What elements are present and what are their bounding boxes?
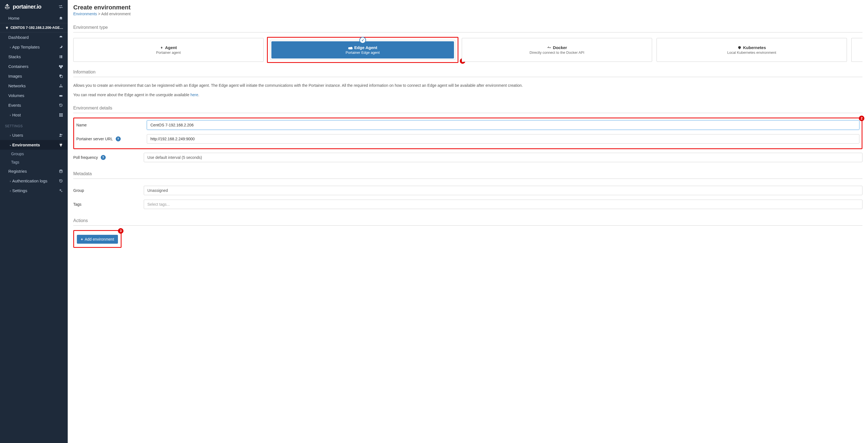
environment-type-options: Agent Portainer agent ✓ Edge Agent Porta… [73, 38, 863, 62]
selected-check-icon: ✓ [359, 37, 366, 43]
callout-badge-2: 2 [859, 115, 864, 121]
svg-rect-14 [59, 113, 60, 114]
group-select[interactable]: Unassigned [144, 186, 863, 195]
label-tags: Tags [73, 202, 144, 207]
svg-rect-19 [62, 114, 63, 115]
sidebar: portainer.io Home CENTOS 7-192.168.2.206… [0, 0, 68, 443]
svg-point-23 [60, 134, 61, 135]
label-name: Name [76, 123, 147, 127]
sidebar-item-events[interactable]: Events [0, 100, 68, 110]
database-icon [59, 169, 63, 173]
info-paragraph-2: You can read more about the Edge agent i… [73, 92, 863, 98]
type-card-overflow[interactable] [851, 38, 863, 62]
chevron-right-icon: › [8, 189, 12, 193]
cogs-icon [59, 189, 63, 193]
sidebar-item-users[interactable]: ›Users [0, 130, 68, 140]
callout-box-2: 2 Name Portainer server URL ? [73, 117, 863, 149]
svg-rect-20 [59, 116, 60, 117]
hdd-icon [59, 94, 63, 98]
sidebar-item-host[interactable]: ›Host [0, 110, 68, 120]
name-input[interactable] [147, 120, 859, 130]
sidebar-item-registries[interactable]: Registries [0, 166, 68, 176]
sidebar-item-stacks[interactable]: Stacks [0, 52, 68, 62]
sidebar-item-containers[interactable]: Containers [0, 62, 68, 71]
svg-rect-7 [61, 76, 63, 78]
svg-rect-3 [61, 57, 62, 57]
logo-row: portainer.io [0, 0, 68, 13]
sidebar-item-networks[interactable]: Networks [0, 81, 68, 91]
svg-rect-15 [61, 113, 61, 114]
svg-rect-1 [61, 56, 62, 56]
svg-rect-21 [61, 116, 61, 117]
svg-rect-5 [61, 58, 62, 58]
rocket-icon [59, 45, 63, 49]
svg-point-13 [62, 96, 62, 96]
info-paragraph-1: Allows you to create an environment that… [73, 82, 863, 89]
userguide-link[interactable]: here [190, 93, 198, 97]
cubes-icon [59, 64, 63, 68]
svg-rect-10 [61, 87, 61, 88]
svg-point-25 [60, 170, 62, 171]
sidebar-item-settings[interactable]: ›Settings [0, 186, 68, 196]
dashboard-icon [59, 35, 63, 39]
docker-icon [547, 46, 551, 49]
help-icon[interactable]: ? [116, 136, 121, 141]
kubernetes-icon [738, 46, 741, 49]
bolt-icon [160, 46, 163, 49]
tags-select[interactable]: Select tags... [144, 200, 863, 209]
sidebar-subitem-groups[interactable]: Groups [0, 150, 68, 158]
svg-point-27 [61, 191, 62, 192]
section-environment-details: Environment details [73, 106, 863, 113]
callout-badge-3: 3 [118, 228, 123, 234]
sidebar-item-environments[interactable]: ⌄Environments [0, 140, 68, 150]
type-card-kubernetes[interactable]: Kubernetes Local Kubernetes environment [656, 38, 847, 62]
svg-rect-4 [60, 58, 61, 58]
type-card-docker[interactable]: Docker Directly connect to the Docker AP… [462, 38, 652, 62]
sidebar-context[interactable]: CENTOS 7-192.168.2.206-AGENT [0, 23, 68, 32]
label-poll-frequency: Poll frequency [73, 155, 98, 160]
svg-rect-22 [62, 116, 63, 117]
sidebar-item-home[interactable]: Home [0, 13, 68, 23]
svg-rect-17 [59, 114, 60, 115]
svg-rect-16 [62, 113, 63, 114]
plug-icon [5, 26, 9, 29]
section-information: Information [73, 70, 863, 77]
type-card-agent[interactable]: Agent Portainer agent [73, 38, 264, 62]
swap-icon[interactable] [58, 5, 63, 9]
svg-rect-11 [62, 87, 63, 88]
logo[interactable]: portainer.io [3, 3, 41, 10]
add-environment-button[interactable]: + Add environment [77, 235, 118, 244]
sidebar-item-app-templates[interactable]: ›App Templates [0, 42, 68, 52]
callout-box-1: ✓ Edge Agent Portainer Edge agent 1 [267, 37, 458, 63]
sidebar-subitem-tags[interactable]: Tags [0, 158, 68, 166]
help-icon[interactable]: ? [101, 155, 106, 160]
th-icon [59, 113, 63, 117]
plus-icon: + [81, 237, 83, 241]
svg-rect-28 [548, 47, 548, 48]
users-icon [59, 133, 63, 137]
history-icon [59, 103, 63, 107]
poll-frequency-select[interactable]: Use default interval (5 seconds) [144, 153, 863, 162]
chevron-down-icon: ⌄ [8, 143, 12, 147]
svg-rect-9 [59, 87, 60, 88]
sidebar-item-volumes[interactable]: Volumes [0, 91, 68, 100]
portainer-url-input[interactable] [147, 134, 859, 144]
sidebar-item-images[interactable]: Images [0, 71, 68, 81]
chevron-right-icon: › [8, 179, 12, 183]
chevron-right-icon: › [8, 45, 12, 49]
svg-rect-18 [61, 114, 61, 115]
breadcrumb-link-environments[interactable]: Environments [73, 12, 97, 16]
type-card-edge-agent[interactable]: ✓ Edge Agent Portainer Edge agent [270, 40, 455, 60]
home-icon [59, 16, 63, 20]
list-icon [59, 55, 63, 59]
callout-box-3: 3 + Add environment [73, 230, 122, 248]
sidebar-item-auth-logs[interactable]: ›Authentication logs [0, 176, 68, 186]
svg-point-26 [60, 190, 61, 191]
logo-icon [3, 3, 11, 10]
svg-rect-31 [548, 46, 549, 47]
section-environment-type: Environment type [73, 25, 863, 32]
clone-icon [59, 74, 63, 78]
plug-icon [59, 143, 63, 147]
svg-rect-2 [60, 57, 61, 57]
sidebar-item-dashboard[interactable]: Dashboard [0, 32, 68, 42]
